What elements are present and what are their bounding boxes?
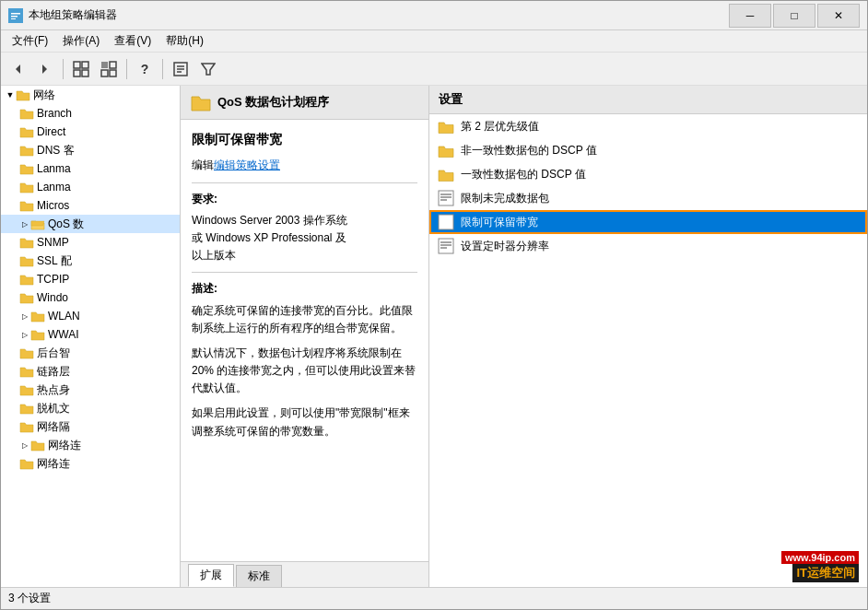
tree-item-wangluo-ge[interactable]: 网络隔 [1,417,180,436]
tree-item-wwai[interactable]: ▷ WWAI [1,325,180,344]
tree-item-dns[interactable]: DNS 客 [1,141,180,159]
main-content: ▼ 网络 Branch [1,86,867,587]
policy-item-icon [437,213,455,231]
tree-item-label: 网络连 [37,456,70,472]
tree-item-wlan[interactable]: ▷ WLAN [1,307,180,325]
tree-item-lanma2[interactable]: Lanma [1,178,180,196]
expand-icon: ▷ [19,311,30,322]
status-text: 3 个设置 [8,591,51,606]
tree-item-tuoji[interactable]: 脱机文 [1,399,180,417]
folder-icon [19,401,34,416]
policy-settings-link[interactable]: 编辑策略设置 [214,158,280,171]
tree-item-branch[interactable]: Branch [1,104,180,123]
tree-item-tcpip[interactable]: TCPIP [1,270,180,288]
tree-item-wangluo-lian1[interactable]: ▷ 网络连 [1,436,180,454]
settings-item-dscp1[interactable]: 非一致性数据包的 DSCP 值 [429,138,867,162]
tab-expand[interactable]: 扩展 [188,564,234,587]
tree-item-label: Lanma [37,181,71,194]
description-text-3: 如果启用此设置，则可以使用"带宽限制"框来调整系统可保留的带宽数量。 [192,405,417,440]
close-button[interactable]: ✕ [817,4,860,28]
minimize-button[interactable]: ─ [729,4,771,28]
maximize-button[interactable]: □ [773,4,815,28]
tree-item-redian[interactable]: 热点身 [1,381,180,399]
policy-item-icon [437,237,455,255]
folder-icon [19,161,34,176]
tree-root-label: 网络 [33,88,55,103]
tree-item-lianluceng[interactable]: 链路层 [1,362,180,381]
folder-icon [30,309,45,323]
folder-open-icon [30,217,45,231]
divider-1 [192,182,417,183]
tree-item-label: Branch [37,107,72,120]
export-button[interactable] [168,56,194,82]
settings-item-dscp2[interactable]: 一致性数据包的 DSCP 值 [429,162,867,186]
tree-item-label: QoS 数 [48,217,84,232]
menu-file[interactable]: 文件(F) [5,31,55,51]
folder-header-icon [190,91,212,113]
tree-item-label: SNMP [37,236,69,249]
main-window: 本地组策略编辑器 ─ □ ✕ 文件(F) 操作(A) 查看(V) 帮助(H) [0,0,868,610]
menu-view[interactable]: 查看(V) [107,31,158,51]
svg-rect-21 [439,215,453,229]
settings-item-label: 一致性数据包的 DSCP 值 [461,167,586,182]
expand-icon: ▷ [19,218,30,229]
tree-item-houtai[interactable]: 后台智 [1,344,180,362]
folder-item-icon [437,117,455,135]
menu-help[interactable]: 帮助(H) [158,31,211,51]
view-button[interactable] [68,56,94,82]
folder-icon [19,180,34,194]
middle-header-title: QoS 数据包计划程序 [217,94,329,111]
settings-item-timer[interactable]: 设置定时器分辨率 [429,234,867,258]
folder-icon [19,290,34,305]
watermark: www.94ip.com IT运维空间 [781,551,859,582]
folder-icon [19,198,34,213]
folder-icon [30,327,45,342]
tree-item-label: 热点身 [37,382,70,398]
tree-item-label: Windo [37,291,68,304]
settings-item-bandwidth[interactable]: 限制可保留带宽 [429,210,867,234]
filter-button[interactable] [195,56,221,82]
toolbar-sep-1 [63,59,64,79]
tab-standard[interactable]: 标准 [236,565,282,587]
toolbar-sep-3 [162,59,163,79]
show-button[interactable] [96,56,122,82]
folder-icon [19,419,34,434]
policy-title: 限制可保留带宽 [192,129,417,149]
expand-icon: ▷ [19,329,30,340]
tree-item-qos[interactable]: ▷ QoS 数 [1,215,180,233]
folder-icon [19,382,34,397]
requirement-label: 要求: [192,191,417,208]
tree-item-label: WLAN [48,310,80,323]
folder-icon [19,346,34,360]
toolbar: ? [1,53,867,86]
menu-action[interactable]: 操作(A) [55,31,107,51]
tab-bar: 扩展 标准 [181,561,428,587]
settings-item-label: 非一致性数据包的 DSCP 值 [461,143,597,158]
svg-rect-5 [82,62,88,68]
requirement-text: Windows Server 2003 操作系统或 Windows XP Pro… [192,212,417,265]
settings-item-incomplete[interactable]: 限制未完成数据包 [429,186,867,210]
toolbar-sep-2 [126,59,127,79]
settings-item-layer2[interactable]: 第 2 层优先级值 [429,114,867,138]
help-button[interactable]: ? [132,56,158,82]
tree-item-lanma1[interactable]: Lanma [1,159,180,178]
settings-header: 设置 [429,86,867,114]
right-panel: 设置 第 2 层优先级值 [429,86,867,587]
tree-item-wangluo-lian2[interactable]: 网络连 [1,454,180,473]
tree-item-direct[interactable]: Direct [1,123,180,141]
folder-icon [19,253,34,268]
back-button[interactable] [5,56,30,82]
tree-root-network[interactable]: ▼ 网络 [1,86,180,104]
settings-title: 设置 [439,92,463,106]
tree-item-ssl[interactable]: SSL 配 [1,252,180,270]
tree-item-windo[interactable]: Windo [1,288,180,307]
edit-policy-row: 编辑编辑策略设置 [192,157,417,174]
forward-button[interactable] [32,56,58,82]
svg-rect-11 [110,70,116,76]
tree-item-label: Micros [37,199,69,212]
svg-marker-16 [202,64,215,75]
svg-rect-10 [101,70,108,76]
tree-item-micros[interactable]: Micros [1,196,180,215]
tree-item-snmp[interactable]: SNMP [1,233,180,252]
window-title: 本地组策略编辑器 [29,7,729,23]
